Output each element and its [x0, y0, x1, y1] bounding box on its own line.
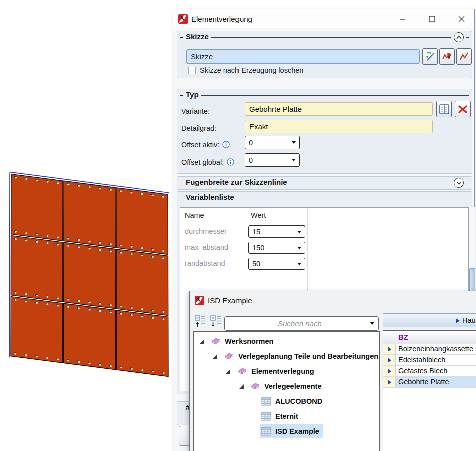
table-row-edelstahlblech[interactable]: Edelstahlblech: [383, 355, 476, 366]
section-variablen-title: Variablenliste: [186, 193, 234, 201]
section-skizze: Skizze Skizze: [177, 31, 472, 78]
minimize-button[interactable]: [391, 9, 414, 28]
app-logo-icon: [178, 14, 188, 24]
tree-item-verlegeplanung[interactable]: Verlegeplanung Teile und Bearbeitungen: [211, 349, 380, 363]
expand-all-button[interactable]: [210, 315, 222, 328]
delete-sketch-checkbox-label: Skizze nach Erzeugung löschen: [200, 66, 303, 75]
variante-delete-button[interactable]: [455, 101, 471, 117]
dialog-isd-example: ISD Example: [189, 291, 476, 451]
close-button[interactable]: [450, 9, 473, 28]
randabstand-dropdown[interactable]: 50: [248, 258, 305, 270]
dropdown-caret-icon: [297, 263, 301, 265]
play-arrow-icon: [388, 347, 391, 352]
catalog-table-icon: [439, 104, 449, 114]
dropdown-caret-icon: [292, 159, 296, 161]
max-abstand-dropdown[interactable]: 150: [248, 242, 305, 254]
section-fugenbreite: Fugenbreite zur Skizzenlinie: [177, 176, 472, 190]
dropdown-caret-icon: [292, 141, 296, 144]
offset-aktiv-dropdown[interactable]: 0: [245, 136, 300, 149]
section-skizze-title: Skizze: [186, 32, 209, 41]
offset-global-value: 0: [249, 156, 253, 164]
dropdown-caret-icon: [370, 322, 374, 325]
collapse-skizze-button[interactable]: [454, 32, 464, 42]
book-icon: [224, 352, 234, 361]
detailgrad-input[interactable]: Exakt: [245, 120, 433, 133]
section-dash: [180, 408, 183, 408]
close-icon: [458, 16, 465, 22]
row-marker-cell[interactable]: [383, 355, 396, 365]
durchmesser-dropdown[interactable]: 15: [248, 225, 305, 238]
tree-item-eternit[interactable]: Eternit: [260, 409, 302, 423]
table-icon: [261, 427, 271, 436]
variante-input[interactable]: Gebohrte Platte: [245, 102, 433, 116]
chevron-down-icon: [456, 181, 462, 185]
maximize-icon: [429, 16, 435, 22]
column-header-wert[interactable]: Wert: [251, 211, 266, 219]
section-dash: [180, 37, 183, 38]
catalog-select-button[interactable]: [436, 101, 452, 117]
expand-triangle-icon[interactable]: [239, 384, 244, 389]
bz-column-header-label: BZ: [398, 333, 408, 341]
variable-value: 50: [252, 260, 260, 268]
bz-column-header[interactable]: BZ: [383, 331, 476, 344]
book-icon: [237, 367, 247, 376]
offset-global-label: Offset global:: [181, 155, 234, 169]
detailgrad-label: Detailgrad:: [181, 121, 216, 135]
collapse-all-button[interactable]: [194, 315, 206, 328]
section-dash: [180, 183, 183, 183]
tree-item-isd-example[interactable]: ISD Example: [260, 424, 323, 438]
tree-item-verlegeelemente[interactable]: Verlegeelemente: [237, 379, 325, 393]
variante-label: Variante:: [181, 104, 210, 118]
titlebar[interactable]: ISD Example: [190, 291, 476, 309]
expand-triangle-icon[interactable]: [213, 354, 217, 359]
expand-triangle-icon[interactable]: [200, 339, 204, 344]
delete-sketch-checkbox[interactable]: [188, 67, 196, 74]
search-combobox[interactable]: Suchen nach: [224, 316, 379, 331]
edit-sketch-icon: [442, 51, 453, 62]
dialog-title: Elementverlegung: [191, 15, 252, 23]
detailgrad-value: Exakt: [249, 122, 268, 131]
new-sketch-button[interactable]: [422, 48, 438, 65]
skizze-input[interactable]: Skizze: [186, 49, 420, 64]
dropdown-caret-icon: [297, 247, 301, 249]
dialog-title: ISD Example: [208, 296, 252, 305]
section-fugenbreite-title: Fugenbreite zur Skizzenlinie: [186, 178, 287, 186]
expand-fugenbreite-button[interactable]: [454, 178, 464, 188]
column-header-name[interactable]: Name: [185, 211, 204, 219]
row-marker-cell[interactable]: [383, 366, 396, 376]
app-logo-icon: [195, 296, 204, 305]
book-icon: [211, 337, 221, 346]
info-icon: [227, 158, 234, 166]
table-row-gebohrte-platte[interactable]: Gebohrte Platte: [383, 377, 476, 388]
variable-name: randabstand: [185, 259, 225, 267]
tree-item-alucobond[interactable]: ALUCOBOND: [260, 394, 326, 408]
chevron-up-icon: [456, 36, 462, 39]
table-row-gefastes-blech[interactable]: Gefastes Blech: [383, 366, 476, 377]
edit-sketch-button[interactable]: [439, 48, 455, 65]
table-icon: [261, 397, 271, 406]
row-marker-cell[interactable]: [383, 377, 396, 387]
skizze-input-value: Skizze: [191, 52, 213, 61]
table-row-bolzeneinhangkassette[interactable]: Bolzeneinhangkassette: [383, 344, 476, 355]
offset-global-dropdown[interactable]: 0: [245, 153, 300, 167]
column-header-button-label: Hau: [462, 316, 476, 324]
minimize-icon: [400, 16, 405, 22]
sketch-button[interactable]: [456, 48, 472, 65]
section-rule-end: [466, 37, 469, 38]
book-icon: [250, 382, 260, 391]
tree-item-elementverlegung[interactable]: Elementverlegung: [224, 364, 318, 378]
expand-triangle-icon[interactable]: [226, 369, 230, 374]
section-typ: Typ Variante: Gebohrte Platte: [177, 89, 472, 174]
variable-value: 15: [252, 228, 260, 236]
play-arrow-icon: [456, 318, 460, 323]
screen: Elementverlegung Skizze Skizze: [0, 0, 476, 451]
variable-value: 150: [252, 244, 264, 252]
row-marker-cell[interactable]: [383, 344, 396, 354]
info-icon: [222, 141, 230, 148]
table-scrollbar-thumb[interactable]: [469, 268, 475, 292]
column-header-button[interactable]: Hau: [383, 313, 476, 327]
maximize-button[interactable]: [421, 9, 443, 28]
tree-item-werksnormen[interactable]: Werksnormen: [198, 334, 277, 348]
delete-x-icon: [458, 104, 468, 114]
table-icon: [261, 412, 271, 421]
